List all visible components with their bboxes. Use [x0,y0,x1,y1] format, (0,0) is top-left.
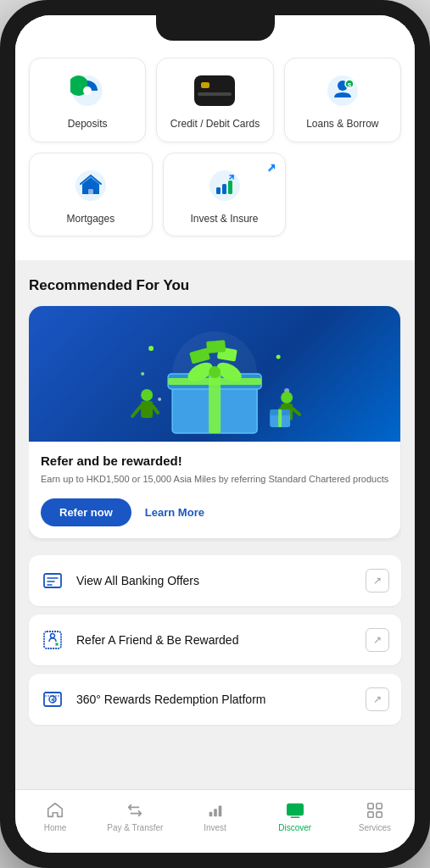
list-section: View All Banking Offers ↗ Refer A Friend… [15,542,415,725]
rewards-arrow: ↗ [366,687,389,711]
grid-row-1: Deposits Credit / Debit Cards [29,58,401,142]
deposits-label: Deposits [68,118,108,131]
svg-line-35 [293,409,299,415]
top-section: Deposits Credit / Debit Cards [15,15,415,260]
credit-icon [194,70,235,111]
svg-rect-16 [168,378,261,385]
nav-invest[interactable]: Invest [175,797,254,836]
nav-discover-label: Discover [278,823,311,832]
svg-rect-50 [209,812,212,817]
loans-card[interactable]: $ Loans & Borrow [284,58,401,142]
svg-rect-52 [218,806,221,817]
svg-point-28 [141,389,153,401]
offers-list-item[interactable]: View All Banking Offers ↗ [29,555,401,606]
invest-card[interactable]: Invest & Insure ↗ [163,153,287,237]
bottom-nav: Home Pay & Transfer [15,789,415,853]
nav-invest-label: Invest [204,823,226,832]
svg-point-25 [158,398,161,401]
svg-rect-54 [368,804,373,809]
phone-notch [156,15,275,41]
rewards-list-item[interactable]: 360° Rewards Redemption Platform ↗ [29,674,401,725]
grid-row-2: Mortgages [29,153,401,237]
svg-rect-56 [368,812,373,817]
nav-services[interactable]: Services [335,797,415,836]
svg-point-24 [276,355,281,359]
home-icon [45,800,65,821]
learn-more-button[interactable]: Learn More [145,506,204,519]
offers-arrow: ↗ [366,569,389,593]
offers-label: View All Banking Offers [76,574,354,587]
pay-transfer-icon [125,800,145,821]
svg-rect-10 [222,184,226,194]
screen-content: Deposits Credit / Debit Cards [15,15,415,789]
svg-rect-51 [214,809,217,816]
invest-icon [204,165,245,206]
promo-banner [29,306,400,442]
refer-friend-label: Refer A Friend & Be Rewarded [76,633,354,647]
svg-point-32 [281,392,293,403]
phone-screen: Deposits Credit / Debit Cards [15,15,415,853]
deposits-icon [67,70,108,111]
credit-label: Credit / Debit Cards [170,118,260,131]
svg-rect-42 [44,574,61,587]
svg-point-47 [51,633,55,637]
svg-rect-38 [278,409,282,427]
refer-friend-icon [41,628,64,652]
invest-arrow-icon: ↗ [267,162,276,175]
nav-services-label: Services [359,823,391,832]
empty-placeholder [296,153,401,237]
rewards-icon [41,687,64,711]
invest-nav-icon [205,800,226,821]
services-icon [365,800,385,821]
svg-rect-57 [377,812,382,817]
svg-point-19 [209,366,221,378]
svg-line-30 [132,406,141,416]
mortgages-label: Mortgages [66,213,114,226]
mortgages-card[interactable]: Mortgages [29,153,153,237]
promo-title: Refer and be rewarded! [41,453,388,468]
refer-friend-list-item[interactable]: Refer A Friend & Be Rewarded ↗ [29,615,401,665]
discover-icon [285,800,305,821]
svg-point-1 [83,86,92,95]
space-bottom [15,733,415,743]
promo-actions: Refer now Learn More [41,498,388,526]
svg-rect-7 [88,189,93,194]
svg-point-27 [141,372,144,376]
nav-pay-transfer-label: Pay & Transfer [107,823,163,832]
svg-line-31 [153,406,158,413]
deposits-card[interactable]: Deposits [29,58,146,142]
svg-point-23 [148,346,154,351]
recommended-title: Recommended For You [29,277,401,294]
loans-icon: $ [322,70,363,111]
mortgages-icon [70,165,111,206]
credit-card[interactable]: Credit / Debit Cards [156,58,273,142]
nav-home-label: Home [44,823,67,832]
nav-discover[interactable]: Discover [255,797,335,836]
svg-rect-22 [206,340,226,353]
svg-rect-11 [228,181,232,194]
offers-icon [41,569,64,593]
promo-body: Refer and be rewarded! Earn up to HKD1,5… [29,442,400,537]
refer-friend-arrow: ↗ [366,628,389,652]
refer-promo-card: Refer and be rewarded! Earn up to HKD1,5… [29,306,400,537]
phone-shell: Deposits Credit / Debit Cards [0,0,430,868]
rewards-label: 360° Rewards Redemption Platform [76,693,354,706]
svg-rect-9 [216,187,221,194]
recommended-section: Recommended For You [15,260,415,541]
nav-home[interactable]: Home [15,797,95,836]
nav-pay-transfer[interactable]: Pay & Transfer [95,797,175,836]
svg-text:$: $ [348,81,352,89]
carousel: Refer and be rewarded! Earn up to HKD1,5… [29,306,401,541]
loans-label: Loans & Borrow [306,118,378,131]
svg-rect-29 [141,401,153,418]
refer-now-button[interactable]: Refer now [41,498,131,526]
invest-label: Invest & Insure [190,213,258,226]
svg-rect-55 [377,804,382,809]
promo-desc: Earn up to HKD1,500 or 15,000 Asia Miles… [41,473,388,486]
